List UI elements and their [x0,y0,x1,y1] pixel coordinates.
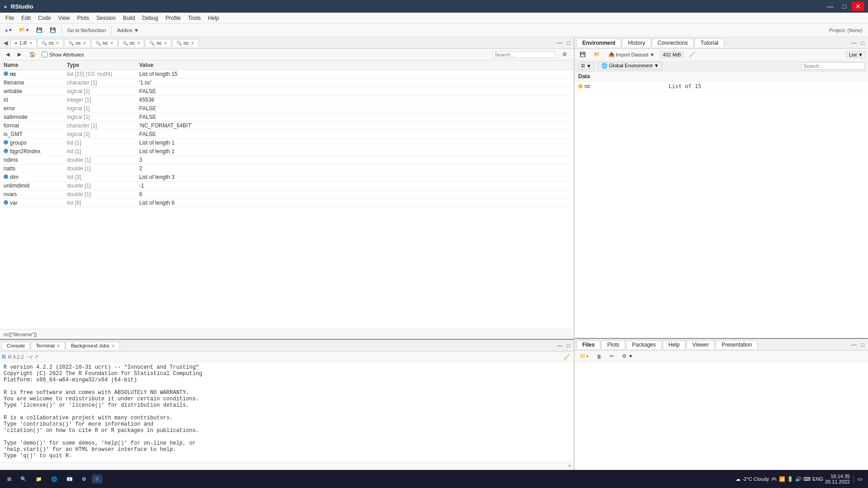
tab-files[interactable]: Files [576,340,600,349]
minimize-console-button[interactable]: — [555,342,564,350]
menu-build[interactable]: Build [119,14,139,22]
tab-plots[interactable]: Plots [601,340,625,349]
minimize-left-top-button[interactable]: — [555,39,564,47]
terminal-tab-close[interactable]: ✕ [57,343,60,348]
table-row[interactable]: natts double [1] 2 [0,164,574,173]
files-new-folder-button[interactable]: 📁+ [576,352,592,361]
tab-1r-close[interactable]: ✕ [29,41,33,46]
tab-viewer[interactable]: Viewer [686,340,714,349]
background-jobs-tab-close[interactable]: ✕ [111,343,115,348]
data-filter-button[interactable]: ⚙ [559,50,570,59]
tab-nc-1[interactable]: 🔍 nc ✕ [38,39,64,47]
prev-tab-button[interactable]: ◀ [2,39,9,47]
table-row[interactable]: safemode logical [1] FALSE [0,113,574,122]
tab-packages[interactable]: Packages [626,340,662,349]
tab-connections[interactable]: Connections [652,38,694,47]
tab-presentation[interactable]: Presentation [716,340,758,349]
taskbar-browser[interactable]: 🌐 [47,474,61,484]
tab-nc-2[interactable]: 🔍 nc ✕ [64,39,90,47]
taskbar-start-button[interactable]: ⊞ [4,474,15,484]
save-all-button[interactable]: 💾 [47,26,59,34]
maximize-env-button[interactable]: □ [859,39,866,47]
table-row[interactable]: id integer [1] 65536 [0,96,574,104]
broom-button[interactable]: 🧹 [686,50,698,59]
tab-nc-3-close[interactable]: ✕ [110,41,113,46]
files-delete-button[interactable]: 🗑 [594,352,605,361]
table-row[interactable]: filename character [1] '1.nc' [0,79,574,87]
open-button[interactable]: 📂 ▾ [16,26,32,34]
tab-nc-2-close[interactable]: ✕ [83,41,86,46]
home-button[interactable]: 🏠 [27,51,38,58]
menu-debug[interactable]: Debug [139,14,162,22]
files-more-button[interactable]: ⚙ ▼ [619,352,636,361]
maximize-files-button[interactable]: □ [859,341,866,349]
taskbar-mail[interactable]: 📧 [63,474,76,484]
menu-edit[interactable]: Edit [18,14,34,22]
env-row-nc[interactable]: nc List of 15 [575,82,868,91]
open-link-icon[interactable]: ⇗ [34,354,38,360]
data-search-input[interactable] [492,51,556,58]
addins-button[interactable]: Addins ▼ [114,26,142,34]
table-row[interactable]: nc list [15] (S3: ncdf4) List of length … [0,70,574,79]
minimize-env-button[interactable]: — [849,39,859,47]
table-row[interactable]: groups list [1] List of length 1 [0,139,574,147]
taskbar-explorer[interactable]: 📁 [32,474,46,484]
tab-history[interactable]: History [622,38,651,47]
global-env-button[interactable]: 🌐 Global Environment ▼ [598,62,662,70]
show-desktop-button[interactable]: ▭ [854,475,864,483]
goto-file-button[interactable]: Go to file/function [64,26,109,34]
tab-nc-5[interactable]: 🔍 nc ✕ [145,39,171,47]
env-search-input[interactable] [801,62,864,70]
files-rename-button[interactable]: ✏ [607,352,617,361]
clear-console-button[interactable]: 🧹 [561,353,572,361]
show-attributes-label[interactable]: Show Attributes [42,52,84,57]
table-row[interactable]: nvars double [1] 6 [0,190,574,199]
close-button[interactable]: ✕ [852,2,864,11]
tab-environment[interactable]: Environment [576,38,621,47]
menu-plots[interactable]: Plots [74,14,93,22]
tab-nc-4[interactable]: 🔍 nc ✕ [118,39,145,47]
minimize-files-button[interactable]: — [849,341,859,349]
tab-nc-3[interactable]: 🔍 nc ✕ [91,39,118,47]
menu-tools[interactable]: Tools [184,14,204,22]
table-row[interactable]: fqgn2Rindex list [1] List of length 1 [0,147,574,156]
menu-session[interactable]: Session [93,14,119,22]
tab-1r[interactable]: ● 1.R ✕ [10,39,37,47]
console-output[interactable]: R version 4.2.2 (2022-10-31 ucrt) -- "In… [0,362,574,462]
load-env-button[interactable]: 📂 [591,50,604,59]
table-row[interactable]: var list [6] List of length 6 [0,199,574,207]
tab-nc-6[interactable]: 🔍 nc ✕ [172,39,198,47]
taskbar-search[interactable]: 🔍 [17,474,30,484]
table-row[interactable]: writable logical [1] FALSE [0,87,574,96]
data-table-container[interactable]: Name Type Value nc list [15] (S3: ncdf4)… [0,61,574,329]
save-env-button[interactable]: 💾 [576,50,589,59]
minimize-button[interactable]: — [824,2,837,11]
maximize-left-top-button[interactable]: □ [565,39,572,47]
r-version-button[interactable]: R ▼ [578,62,594,70]
table-row[interactable]: dim list [3] List of length 3 [0,173,574,182]
maximize-console-button[interactable]: □ [565,342,572,350]
table-row[interactable]: is_GMT logical [1] FALSE [0,130,574,139]
new-file-button[interactable]: ● ▾ [2,26,15,34]
tab-nc-6-close[interactable]: ✕ [191,41,194,46]
menu-view[interactable]: View [55,14,74,22]
list-view-button[interactable]: List ▼ [846,51,866,58]
menu-code[interactable]: Code [34,14,55,22]
table-row[interactable]: error logical [1] FALSE [0,104,574,113]
taskbar-settings[interactable]: ⚙ [78,474,90,484]
tab-nc-5-close[interactable]: ✕ [164,41,167,46]
tab-help[interactable]: Help [663,340,686,349]
taskbar-rstudio[interactable]: R [92,474,103,483]
table-row[interactable]: format character [1] 'NC_FORMAT_64BIT' [0,122,574,130]
tab-nc-4-close[interactable]: ✕ [137,41,140,46]
show-attributes-checkbox[interactable] [42,52,47,57]
forward-button[interactable]: ▶ [15,51,24,58]
back-button[interactable]: ◀ [4,51,12,58]
menu-file[interactable]: File [2,14,18,22]
table-row[interactable]: ndims double [1] 3 [0,156,574,164]
import-dataset-button[interactable]: 📥 Import Dataset ▼ [605,50,658,59]
maximize-button[interactable]: □ [839,2,850,11]
tab-nc-1-close[interactable]: ✕ [56,41,59,46]
tab-terminal[interactable]: Terminal ✕ [31,342,65,349]
save-button[interactable]: 💾 [33,26,46,34]
